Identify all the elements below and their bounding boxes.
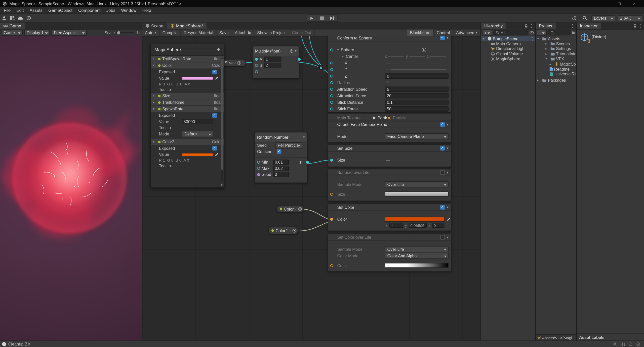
min-port[interactable] [257, 161, 260, 164]
project-item-readme[interactable]: Readme [536, 67, 576, 72]
seed-port[interactable] [257, 173, 260, 176]
refresh-icon[interactable] [628, 342, 632, 346]
tab-scene[interactable]: Scene [142, 23, 167, 29]
center-z-port[interactable] [330, 74, 333, 77]
size-curve-port[interactable] [330, 193, 333, 195]
lock-icon[interactable] [572, 31, 575, 34]
radius-port[interactable] [330, 81, 333, 84]
chevron-down-icon[interactable]: ▾ [447, 123, 449, 126]
fold-icon[interactable]: ▾ [153, 64, 156, 67]
undo-history-icon[interactable] [570, 15, 578, 21]
game-viewport[interactable] [0, 36, 142, 340]
console-message-icon[interactable]: ! [2, 342, 6, 346]
center-y-port[interactable] [330, 68, 333, 71]
project-folder-scenes[interactable]: ▸ Scenes [536, 41, 576, 46]
menu-jobs[interactable]: Jobs [103, 8, 118, 13]
check-out-button[interactable]: Check Out [289, 29, 315, 36]
context-flow-anchor[interactable] [387, 116, 391, 120]
menu-edit[interactable]: Edit [14, 8, 27, 13]
project-root-packages[interactable]: ▸ Packages [536, 78, 576, 83]
stick-distance-field[interactable]: 0.1 [385, 100, 449, 105]
close-button[interactable]: × [627, 0, 641, 7]
orient-block[interactable]: Orient: Face Camera Plane ▾ Mode Face Ca… [328, 121, 451, 142]
color-swatch[interactable] [182, 76, 213, 80]
scale-slider-knob[interactable] [117, 31, 120, 34]
color-parameter-node[interactable]: Color ‹ [276, 205, 304, 212]
project-folder-tutorialinfo[interactable]: ▸ TutorialInfo [536, 51, 576, 56]
conform-to-sphere-block[interactable]: Conform to Sphere ▾ ▾Sphere L ▾Center [328, 36, 451, 113]
collapse-icon[interactable]: ‹ [295, 207, 297, 211]
project-breadcrumb[interactable]: Assets/VFX/Magi [536, 334, 576, 340]
block-enabled-checkbox[interactable] [440, 36, 445, 40]
fold-icon[interactable]: ▾ [153, 107, 156, 111]
stick-distance-port[interactable] [330, 101, 333, 104]
collapse-icon[interactable]: ‹ [234, 61, 235, 65]
fold-icon[interactable]: ▾ [153, 140, 156, 144]
fold-icon[interactable]: ▸ [537, 78, 541, 82]
blackboard-panel[interactable]: MagicSphere + ▸ TrailSpawnRatefloat ▾ Co… [150, 43, 224, 188]
size-curve-field[interactable] [385, 191, 449, 196]
exposed-checkbox[interactable] [212, 70, 217, 74]
multiply-b-port[interactable] [255, 64, 258, 67]
fold-icon[interactable]: ▾ [537, 37, 541, 40]
aspect-dropdown[interactable]: Free Aspect [51, 30, 87, 36]
hierarchy-scene-row[interactable]: ▾ SampleScene ⋮ [481, 36, 535, 41]
scale-slider[interactable] [116, 32, 135, 33]
min-field[interactable]: 0.01 [273, 160, 289, 165]
attraction-speed-port[interactable] [330, 88, 333, 90]
scene-menu-icon[interactable]: ⋮ [530, 36, 535, 41]
activity-icon[interactable] [621, 342, 625, 346]
fold-icon[interactable]: ▾ [545, 57, 549, 61]
block-enabled-checkbox[interactable] [440, 146, 445, 151]
fold-icon[interactable]: ▸ [545, 52, 549, 56]
block-enabled-checkbox[interactable] [440, 170, 445, 175]
project-item-universalrenderer[interactable]: UniversalRen [536, 72, 576, 77]
fold-icon[interactable]: ▾ [482, 37, 486, 40]
fold-icon[interactable]: ▸ [153, 57, 156, 61]
multiply-node[interactable]: Multiply (float) ▾ A 1 B [252, 46, 299, 78]
gradient-field[interactable] [385, 263, 449, 268]
fold-icon[interactable]: ▸ [549, 62, 553, 66]
eye-icon[interactable] [529, 31, 534, 34]
sample-mode-dropdown[interactable]: Over Life [385, 181, 449, 187]
display-target-dropdown[interactable]: Game [1, 30, 23, 36]
eyedropper-icon[interactable] [447, 217, 451, 221]
chevron-down-icon[interactable]: ▾ [447, 171, 449, 174]
play-button[interactable]: ▶ [307, 14, 317, 22]
progress-icon[interactable] [636, 342, 640, 346]
save-button[interactable]: Save [216, 29, 232, 36]
step-button[interactable] [327, 14, 338, 22]
menu-gameobject[interactable]: GameObject [45, 8, 75, 13]
resync-material-button[interactable]: Resync Material [181, 29, 217, 36]
services-icon[interactable] [8, 15, 17, 21]
exposed-checkbox[interactable] [212, 113, 217, 118]
asset-labels-section[interactable]: Asset Labels [577, 333, 644, 340]
color-gradient-port[interactable] [330, 264, 333, 267]
block-enabled-checkbox[interactable] [440, 205, 445, 210]
mute-bell-icon[interactable] [613, 342, 617, 346]
multiply-a-port[interactable] [255, 58, 258, 61]
hierarchy-item-directional-light[interactable]: Directional Ligh [481, 46, 535, 51]
chevron-down-icon[interactable]: ▾ [303, 135, 305, 139]
cloud-icon[interactable] [16, 15, 25, 21]
param-trailspawnrate[interactable]: ▸ TrailSpawnRatefloat [151, 56, 224, 62]
menu-file[interactable]: File [1, 8, 13, 13]
search-icon[interactable] [581, 15, 589, 21]
param-traillifetime[interactable]: ▸ TrailLifetimefloat [151, 99, 224, 106]
minimize-button[interactable]: – [597, 0, 612, 7]
size-input-port[interactable] [330, 159, 333, 161]
chevron-down-icon[interactable]: ▾ [447, 146, 449, 150]
project-search-input[interactable] [548, 30, 571, 35]
hierarchy-item-global-volume[interactable]: Global Volume [481, 51, 535, 56]
sphere-port[interactable] [330, 48, 333, 51]
pause-button[interactable] [317, 14, 327, 22]
project-menu-icon[interactable]: ⋮ [571, 24, 575, 28]
tab-project[interactable]: Project [536, 23, 556, 29]
attach-button[interactable]: Attach [232, 29, 254, 36]
color-output-port[interactable] [298, 207, 302, 211]
add-parameter-button[interactable]: + [217, 46, 220, 52]
resize-handle-icon[interactable]: ▾ [221, 183, 223, 187]
set-size-block[interactable]: Set Size ▾ Size — [328, 145, 451, 167]
block-enabled-checkbox[interactable] [440, 122, 445, 127]
exposed-checkbox[interactable] [212, 146, 217, 151]
